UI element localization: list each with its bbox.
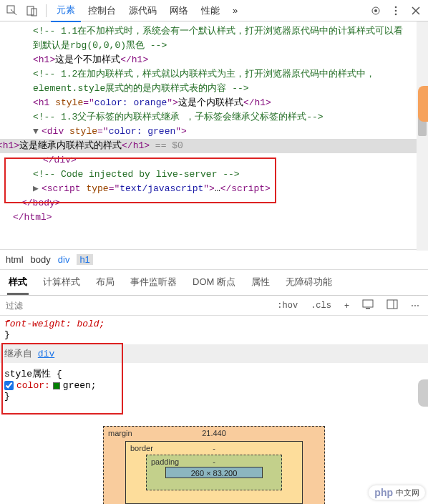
stab-dombp[interactable]: DOM 断点 xyxy=(191,270,237,295)
attr-value: color: orange xyxy=(94,97,167,108)
style-attr-label: style属性 { xyxy=(4,367,424,380)
text-node: 这是个内联样式 xyxy=(178,97,243,108)
tag-close: </h1> xyxy=(120,54,148,65)
tag-punct: "> xyxy=(175,126,187,137)
tag-punct: =" xyxy=(97,126,109,137)
crumb-h1[interactable]: h1 xyxy=(77,254,92,265)
more-icon[interactable]: ⋯ xyxy=(407,299,424,312)
property-toggle-checkbox[interactable] xyxy=(4,381,14,390)
stab-listeners[interactable]: 事件监听器 xyxy=(129,270,178,295)
div-close-node[interactable]: </div> xyxy=(0,153,427,168)
watermark-logo: php 中文网 xyxy=(369,485,425,500)
box-content[interactable]: 260 × 83.200 xyxy=(165,467,263,478)
svg-rect-9 xyxy=(366,308,370,309)
attr-name: type xyxy=(86,183,108,194)
elements-tree[interactable]: <!-- 1.1在不加样式时，系统会有一个默认样式，打开浏览器原代码中的计算样式… xyxy=(0,21,428,249)
filter-input[interactable] xyxy=(4,299,268,312)
h1-node-2[interactable]: <h1 style="color: orange">这是个内联样式</h1> xyxy=(0,96,427,110)
tag-close: </h1> xyxy=(122,140,150,151)
stab-props[interactable]: 属性 xyxy=(250,270,271,295)
hov-toggle[interactable]: :hov xyxy=(273,299,302,312)
tag-close: </div> xyxy=(43,155,77,165)
attr-name: style xyxy=(55,97,83,108)
close-icon[interactable] xyxy=(407,1,425,20)
script-node[interactable]: ▶<script type="text/javascript">…</scrip… xyxy=(0,182,427,196)
vertical-scrollbar[interactable] xyxy=(417,21,428,251)
tabs-more[interactable]: » xyxy=(227,1,243,20)
tag-punct: "> xyxy=(203,183,215,194)
html-close-node[interactable]: </html> xyxy=(0,210,427,225)
svg-point-5 xyxy=(395,6,397,8)
tag-punct: "> xyxy=(167,97,178,108)
ellipsis: … xyxy=(215,183,220,194)
h1-node-1[interactable]: <h1>这是个不加样式</h1> xyxy=(0,53,427,67)
rule-line[interactable]: font-weight: bold; xyxy=(4,319,424,329)
inherit-tag-link[interactable]: div xyxy=(38,349,54,359)
tab-performance[interactable]: 性能 xyxy=(195,0,225,21)
crumb-html[interactable]: html xyxy=(6,254,24,265)
side-indicator xyxy=(418,379,428,407)
tag-close: </html> xyxy=(13,212,52,223)
comment-node[interactable]: <!-- Code injected by live-server --> xyxy=(0,168,427,182)
styles-filter-bar: :hov .cls + ⋯ xyxy=(0,296,428,316)
tab-console[interactable]: 控制台 xyxy=(82,0,122,21)
div-node[interactable]: ▼<div style="color: green"> xyxy=(0,125,427,139)
attr-value: text/javascript xyxy=(120,183,203,194)
style-property-row[interactable]: color: green; xyxy=(4,380,424,391)
stab-layout[interactable]: 布局 xyxy=(94,270,116,295)
box-padding[interactable]: padding - 260 × 83.200 xyxy=(146,455,282,490)
stab-computed[interactable]: 计算样式 xyxy=(42,270,82,295)
panel-toggle-icon[interactable] xyxy=(382,298,402,313)
svg-point-6 xyxy=(395,9,397,11)
comment-node[interactable]: <!-- 1.3父子标签的内联样式继承 ，子标签会继承父标签的样式--> xyxy=(0,110,427,125)
cls-toggle[interactable]: .cls xyxy=(306,299,336,312)
margin-top-value[interactable]: 21.440 xyxy=(202,429,226,437)
tag-open: <div xyxy=(42,126,69,137)
inherit-section: 继承自 div xyxy=(0,344,428,363)
stab-styles[interactable]: 样式 xyxy=(7,270,29,295)
dom-breadcrumb: html body div h1 xyxy=(0,249,428,270)
tag-close: </h1> xyxy=(243,97,271,108)
tab-network[interactable]: 网络 xyxy=(164,0,194,21)
devtools-toolbar: 元素 控制台 源代码 网络 性能 » xyxy=(0,0,428,21)
svg-point-7 xyxy=(395,13,397,15)
property-name[interactable]: color: xyxy=(16,380,50,391)
logo-text: 中文网 xyxy=(396,488,419,498)
stab-a11y[interactable]: 无障碍功能 xyxy=(284,270,334,295)
settings-icon[interactable] xyxy=(366,1,385,20)
tab-sources[interactable]: 源代码 xyxy=(123,0,162,21)
expand-arrow-icon[interactable]: ▶ xyxy=(33,182,42,196)
tab-elements[interactable]: 元素 xyxy=(51,0,81,22)
comment-node[interactable]: <!-- 1.2在加内联样式，样式就以内联样式为主，打开浏览器原代码中的样式中，… xyxy=(0,67,427,96)
tag-punct: =" xyxy=(109,183,120,194)
comment-node[interactable]: <!-- 1.1在不加样式时，系统会有一个默认样式，打开浏览器原代码中的计算样式… xyxy=(0,24,427,53)
crumb-div[interactable]: div xyxy=(58,254,70,265)
inspect-icon[interactable] xyxy=(3,1,21,20)
crumb-body[interactable]: body xyxy=(31,254,51,265)
text-node: 这是继承内联样式的样式 xyxy=(19,140,122,151)
padding-top-value[interactable]: - xyxy=(213,457,215,466)
device-toggle-icon[interactable] xyxy=(23,1,42,20)
expand-arrow-icon[interactable]: ▼ xyxy=(33,125,42,139)
svg-rect-10 xyxy=(387,300,397,309)
svg-rect-1 xyxy=(27,6,34,15)
tag-open: <h1> xyxy=(33,54,55,65)
tag-close: </script> xyxy=(220,183,271,194)
padding-label: padding xyxy=(151,457,179,466)
new-rule-button[interactable]: + xyxy=(340,299,354,312)
tag-open: <script xyxy=(42,183,86,194)
text-node: 这是个不加样式 xyxy=(55,54,120,65)
h1-node-selected[interactable]: ⋯<h1>这是继承内联样式的样式</h1> == $0 xyxy=(0,139,427,153)
property-value[interactable]: green; xyxy=(63,380,97,391)
svg-rect-8 xyxy=(363,300,373,307)
tag-open: <h1> xyxy=(0,140,19,151)
box-margin[interactable]: margin 21.440 border - padding - 260 × 8… xyxy=(103,426,325,504)
box-border[interactable]: border - padding - 260 × 83.200 xyxy=(125,441,303,504)
device-icon[interactable] xyxy=(358,298,378,313)
color-swatch[interactable] xyxy=(53,382,60,389)
body-close-node[interactable]: </body> xyxy=(0,196,427,210)
divider xyxy=(46,4,47,17)
kebab-menu-icon[interactable] xyxy=(386,1,405,20)
border-top-value[interactable]: - xyxy=(213,444,215,452)
box-model[interactable]: margin 21.440 border - padding - 260 × 8… xyxy=(103,426,325,504)
